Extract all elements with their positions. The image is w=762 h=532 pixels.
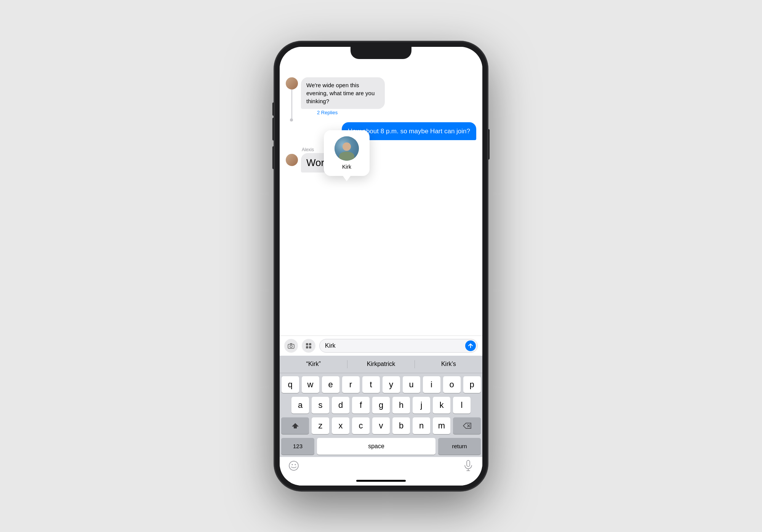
apps-icon [305, 342, 312, 349]
keyboard: q w e r t y u i o p a s d f g [280, 373, 482, 457]
autocomplete-item-1[interactable]: “Kirk” [280, 356, 347, 372]
mic-button[interactable] [462, 459, 475, 472]
key-n[interactable]: n [413, 417, 430, 434]
svg-rect-4 [309, 343, 311, 345]
input-bar: Kirk [280, 335, 482, 356]
messages-area: We're wide open this evening, what time … [280, 47, 482, 335]
svg-point-9 [295, 464, 296, 465]
alexis-avatar [286, 154, 298, 166]
autocomplete-item-2[interactable]: Kirkpatrick [347, 356, 415, 372]
camera-button[interactable] [284, 339, 298, 353]
key-row-4: 123 space return [281, 438, 481, 455]
key-y[interactable]: y [383, 376, 400, 393]
text-input: Kirk [325, 342, 336, 349]
svg-point-8 [292, 464, 293, 465]
key-v[interactable]: v [372, 417, 390, 434]
kirk-name: Kirk [342, 164, 351, 170]
home-bar [280, 478, 482, 486]
svg-rect-3 [306, 343, 308, 345]
svg-point-7 [289, 461, 298, 470]
replies-link[interactable]: 2 Replies [317, 110, 385, 115]
key-i[interactable]: i [423, 376, 440, 393]
phone-shell: We're wide open this evening, what time … [274, 42, 488, 491]
key-u[interactable]: u [403, 376, 420, 393]
svg-rect-6 [309, 346, 311, 348]
key-row-3: z x c v b n m [281, 417, 481, 434]
svg-rect-0 [288, 344, 294, 348]
key-l[interactable]: l [453, 397, 471, 414]
emoji-icon [288, 460, 299, 471]
key-s[interactable]: s [312, 397, 329, 414]
key-e[interactable]: e [322, 376, 339, 393]
numbers-key[interactable]: 123 [281, 438, 314, 455]
kirk-popup[interactable]: Kirk [324, 130, 370, 176]
send-icon [468, 343, 473, 348]
avatar [286, 77, 298, 89]
home-indicator [356, 480, 406, 482]
key-p[interactable]: p [463, 376, 481, 393]
mic-icon [464, 460, 472, 471]
key-k[interactable]: k [433, 397, 450, 414]
emoji-button[interactable] [287, 459, 300, 472]
key-c[interactable]: c [352, 417, 370, 434]
svg-rect-2 [290, 343, 292, 344]
key-row-1: q w e r t y u i o p [281, 376, 481, 393]
popup-tail [343, 176, 351, 181]
key-r[interactable]: r [342, 376, 360, 393]
send-button[interactable] [465, 340, 476, 351]
text-input-wrap[interactable]: Kirk [319, 339, 478, 353]
phone-screen: We're wide open this evening, what time … [280, 47, 482, 486]
alexis-row: Work Kirk [286, 153, 476, 173]
notch [351, 47, 411, 59]
svg-point-1 [290, 345, 292, 347]
key-h[interactable]: h [392, 397, 410, 414]
delete-icon [463, 423, 471, 429]
key-g[interactable]: g [372, 397, 390, 414]
delete-key[interactable] [453, 417, 481, 434]
svg-rect-10 [467, 460, 470, 466]
sent-bubble-row: How about 8 p.m. so maybe Hart can join? [286, 122, 476, 141]
key-m[interactable]: m [433, 417, 450, 434]
key-q[interactable]: q [282, 376, 299, 393]
autocomplete-bar: “Kirk” Kirkpatrick Kirk’s [280, 356, 482, 373]
received-bubble: We're wide open this evening, what time … [301, 77, 385, 109]
return-key[interactable]: return [438, 438, 481, 455]
kirk-avatar [335, 136, 359, 161]
key-j[interactable]: j [413, 397, 430, 414]
bottom-bar [280, 457, 482, 478]
autocomplete-item-3[interactable]: Kirk’s [415, 356, 482, 372]
thread-dot [290, 118, 293, 121]
key-b[interactable]: b [392, 417, 410, 434]
key-x[interactable]: x [332, 417, 349, 434]
svg-rect-5 [306, 346, 308, 348]
key-w[interactable]: w [302, 376, 319, 393]
power-button[interactable] [488, 129, 490, 160]
thread-connector [291, 89, 292, 120]
key-a[interactable]: a [291, 397, 309, 414]
key-t[interactable]: t [362, 376, 380, 393]
key-f[interactable]: f [352, 397, 370, 414]
shift-key[interactable] [281, 417, 309, 434]
key-d[interactable]: d [332, 397, 349, 414]
key-o[interactable]: o [443, 376, 461, 393]
phone-container: We're wide open this evening, what time … [274, 42, 488, 491]
key-z[interactable]: z [312, 417, 329, 434]
space-key[interactable]: space [317, 438, 435, 455]
apps-button[interactable] [302, 339, 315, 353]
camera-icon [288, 343, 295, 349]
shift-icon [291, 422, 299, 429]
key-row-2: a s d f g h j k l [281, 397, 481, 414]
